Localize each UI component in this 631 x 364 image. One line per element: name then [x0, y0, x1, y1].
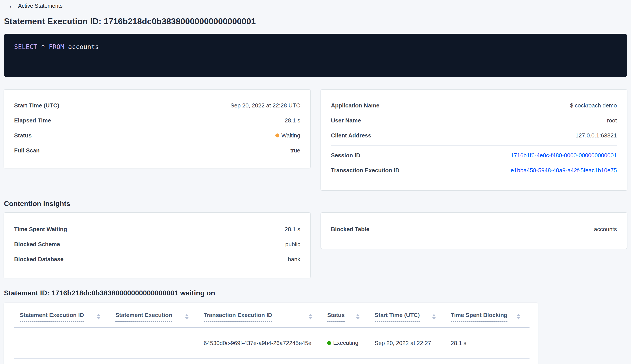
sort-arrows-icon	[432, 314, 436, 320]
sort-arrows-icon	[97, 314, 100, 320]
status-row: Status Waiting	[14, 128, 300, 143]
user-name-label: User Name	[331, 117, 361, 124]
application-name-row: Application Name $ cockroach demo	[331, 98, 617, 113]
status-executing-text: Executing	[333, 340, 358, 346]
blocked-table-value: accounts	[594, 226, 617, 233]
column-header-status[interactable]: Status	[322, 312, 369, 322]
blocked-database-row: Blocked Database bank	[14, 252, 300, 267]
elapsed-time-value: 28.1 s	[284, 117, 300, 124]
session-details-card: Application Name $ cockroach demo User N…	[321, 90, 627, 190]
blocked-table-label: Blocked Table	[331, 226, 369, 233]
back-arrow-icon: ←	[8, 2, 15, 9]
waiting-on-table-row: 64530d0c-969f-437e-a9b4-26a72245e45e Exe…	[14, 328, 530, 359]
execution-details-card: Start Time (UTC) Sep 20, 2022 at 22:28 U…	[4, 90, 310, 168]
cell-status: Executing	[322, 340, 369, 346]
cell-time-spent-blocking: 28.1 s	[445, 340, 530, 346]
start-time-label: Start Time (UTC)	[14, 102, 59, 109]
cell-start-time: Sep 20, 2022 at 22:27	[369, 340, 445, 346]
blocked-schema-value: public	[285, 241, 300, 248]
column-header-statement-execution-id[interactable]: Statement Execution ID	[14, 312, 110, 322]
blocked-database-value: bank	[288, 256, 300, 263]
transaction-execution-id-link[interactable]: e1bba458-5948-40a9-a42f-5feac1b10e75	[511, 167, 617, 174]
blocked-table-row: Blocked Table accounts	[331, 222, 617, 237]
statement-execution-details-page: ← Active Statements Statement Execution …	[0, 0, 631, 364]
sort-arrows-icon	[309, 314, 312, 320]
blocked-schema-row: Blocked Schema public	[14, 237, 300, 252]
full-scan-row: Full Scan true	[14, 143, 300, 158]
time-spent-waiting-row: Time Spent Waiting 28.1 s	[14, 222, 300, 237]
client-address-label: Client Address	[331, 132, 371, 139]
waiting-on-table-card: Statement Execution ID Statement Executi…	[4, 303, 538, 364]
column-header-transaction-execution-id[interactable]: Transaction Execution ID	[198, 312, 322, 322]
sql-star: *	[37, 43, 49, 50]
elapsed-time-label: Elapsed Time	[14, 117, 51, 124]
column-label: Statement Execution ID	[20, 312, 84, 322]
client-address-row: Client Address 127.0.0.1:63321	[331, 128, 617, 143]
sql-statement: SELECT * FROM accounts	[14, 43, 99, 50]
sql-keyword-select: SELECT	[14, 43, 37, 50]
sql-statement-box: SELECT * FROM accounts	[4, 34, 627, 77]
sql-table-name: accounts	[64, 43, 99, 50]
time-spent-waiting-value: 28.1 s	[284, 226, 300, 233]
user-name-row: User Name root	[331, 113, 617, 128]
contention-cards-row: Time Spent Waiting 28.1 s Blocked Schema…	[4, 213, 627, 278]
back-link-label: Active Statements	[18, 3, 62, 9]
status-value: Waiting	[275, 132, 300, 139]
transaction-execution-id-label: Transaction Execution ID	[331, 167, 400, 174]
session-id-row: Session ID 1716b1f6-4e0c-f480-0000-00000…	[331, 148, 617, 163]
page-title: Statement Execution ID: 1716b218dc0b3838…	[4, 17, 627, 26]
sort-arrows-icon	[356, 314, 360, 320]
client-address-value: 127.0.0.1:63321	[576, 132, 617, 139]
cell-transaction-execution-id: 64530d0c-969f-437e-a9b4-26a72245e45e	[198, 340, 322, 346]
session-id-link[interactable]: 1716b1f6-4e0c-f480-0000-000000000001	[511, 152, 617, 159]
time-spent-waiting-label: Time Spent Waiting	[14, 226, 67, 233]
transaction-execution-id-row: Transaction Execution ID e1bba458-5948-4…	[331, 163, 617, 178]
full-scan-label: Full Scan	[14, 147, 40, 154]
column-header-start-time[interactable]: Start Time (UTC)	[369, 312, 445, 322]
column-header-time-spent-blocking[interactable]: Time Spent Blocking	[445, 312, 530, 322]
user-name-value: root	[607, 117, 617, 124]
status-executing-dot-icon	[327, 341, 331, 345]
blocked-database-label: Blocked Database	[14, 256, 64, 263]
start-time-value: Sep 20, 2022 at 22:28 UTC	[230, 102, 300, 109]
contention-details-card: Time Spent Waiting 28.1 s Blocked Schema…	[4, 213, 310, 278]
column-header-statement-execution[interactable]: Statement Execution	[110, 312, 198, 322]
column-label: Transaction Execution ID	[204, 312, 272, 322]
application-name-value: $ cockroach demo	[570, 102, 617, 109]
column-label: Time Spent Blocking	[451, 312, 508, 322]
summary-cards-row: Start Time (UTC) Sep 20, 2022 at 22:28 U…	[4, 90, 627, 190]
column-label: Status	[327, 312, 344, 322]
column-label: Start Time (UTC)	[375, 312, 420, 322]
blocked-table-card: Blocked Table accounts	[321, 213, 627, 248]
start-time-row: Start Time (UTC) Sep 20, 2022 at 22:28 U…	[14, 98, 300, 113]
contention-insights-heading: Contention Insights	[4, 200, 627, 208]
back-to-active-statements-link[interactable]: ← Active Statements	[4, 2, 627, 10]
waiting-on-heading: Statement ID: 1716b218dc0b38380000000000…	[4, 289, 627, 297]
sort-arrows-icon	[517, 314, 520, 320]
full-scan-value: true	[290, 147, 300, 154]
status-label: Status	[14, 132, 32, 139]
status-waiting-text: Waiting	[281, 132, 300, 139]
elapsed-time-row: Elapsed Time 28.1 s	[14, 113, 300, 128]
sql-keyword-from: FROM	[49, 43, 64, 50]
status-waiting-dot-icon	[275, 134, 279, 138]
column-label: Statement Execution	[116, 312, 172, 322]
application-name-label: Application Name	[331, 102, 380, 109]
session-card-divider	[331, 145, 617, 146]
waiting-on-table-header: Statement Execution ID Statement Executi…	[14, 303, 530, 328]
session-id-label: Session ID	[331, 152, 360, 159]
sort-arrows-icon	[185, 314, 189, 320]
blocked-schema-label: Blocked Schema	[14, 241, 60, 248]
